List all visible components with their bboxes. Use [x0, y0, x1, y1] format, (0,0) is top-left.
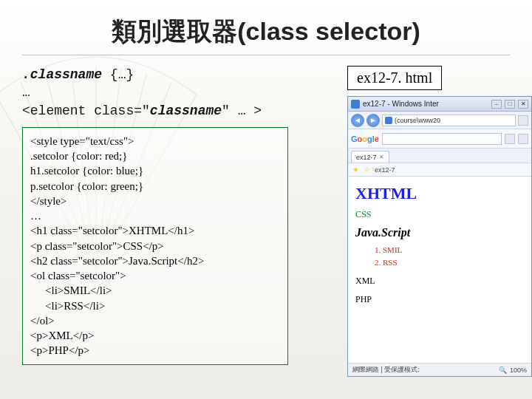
tab-ex12-7[interactable]: ex12-7 ✕: [351, 151, 389, 163]
tab-close-icon[interactable]: ✕: [379, 154, 384, 160]
code-line: <h2 class="setcolor">Java.Script</h2>: [30, 253, 280, 268]
browser-tab-strip: ex12-7 ✕: [348, 149, 531, 163]
code-line: <li>RSS</li>: [30, 299, 280, 313]
code-line: <ol class="setcolor">: [30, 268, 280, 283]
code-line: <li>SMIL</li>: [30, 283, 280, 298]
favorite-link[interactable]: ex12-7: [375, 166, 395, 174]
favicon-icon: [351, 100, 360, 109]
right-column: ex12-7. html ex12-7 - Windows Inter – □ …: [347, 66, 532, 377]
back-button[interactable]: ◄: [351, 114, 364, 127]
status-text: 網際網路 | 受保護模式:: [352, 365, 420, 375]
favorites-bar: ★ ☆ ex12-7: [348, 163, 531, 177]
rendered-ol: 1. SMIL 2. RSS: [375, 244, 524, 268]
browser-status-bar: 網際網路 | 受保護模式: 🔍 100%: [348, 363, 531, 376]
code-line: <p>XML</p>: [30, 328, 280, 343]
rendered-h2: Java.Script: [355, 226, 524, 239]
syntax-line-3: <element class="classname" … >: [22, 102, 340, 120]
window-title: ex12-7 - Windows Inter: [363, 100, 488, 108]
code-line: </ol>: [30, 313, 280, 328]
rendered-p-php: PHP: [355, 294, 524, 305]
browser-rendered-content: XHTML CSS Java.Script 1. SMIL 2. RSS XML…: [348, 177, 531, 310]
google-logo: Google: [351, 134, 379, 143]
syntax-line-1: .classname {…}: [22, 66, 340, 83]
forward-button[interactable]: ►: [366, 114, 380, 127]
google-search-button[interactable]: [505, 134, 515, 144]
syntax-line-2: …: [22, 83, 340, 101]
rendered-h1: XHTML: [355, 184, 524, 203]
code-line: <style type="text/css">: [30, 134, 280, 149]
slide: 類別選取器(class selector) .classname {…} … <…: [0, 0, 532, 399]
syntax-block: .classname {…} … <element class="classna…: [22, 66, 340, 120]
filename-label: ex12-7. html: [347, 66, 442, 90]
syntax-element-open: <element class=": [22, 103, 150, 118]
syntax-element-close: " … >: [222, 103, 262, 118]
code-line: h1.setcolor {color: blue;}: [30, 163, 280, 178]
zoom-icon: 🔍: [499, 366, 507, 374]
address-favicon-icon: [385, 117, 392, 124]
google-settings-button[interactable]: [518, 134, 528, 144]
rendered-p-xml: XML: [355, 276, 524, 287]
code-example-box: <style type="text/css"> .setcolor {color…: [22, 127, 288, 365]
browser-window: ex12-7 - Windows Inter – □ ✕ ◄ ► (course…: [347, 96, 532, 377]
browser-nav-toolbar: ◄ ► (course\www20: [348, 112, 531, 129]
code-line: .setcolor {color: red;}: [30, 149, 280, 163]
syntax-classname-kw-2: classname: [150, 103, 222, 118]
code-line: …: [30, 208, 280, 223]
close-button[interactable]: ✕: [518, 100, 528, 109]
rendered-p-css: CSS: [355, 209, 524, 220]
google-search-input[interactable]: [382, 133, 502, 145]
code-line: <p class="setcolor">CSS</p>: [30, 239, 280, 253]
address-bar[interactable]: (course\www20: [382, 115, 516, 126]
slide-title: 類別選取器(class selector): [22, 15, 510, 55]
code-line: <h1 class="setcolor">XHTML</h1>: [30, 223, 280, 238]
slide-content: .classname {…} … <element class="classna…: [22, 66, 510, 377]
rendered-li: 1. SMIL: [375, 244, 524, 256]
star-icon[interactable]: ★: [352, 166, 359, 174]
left-column: .classname {…} … <element class="classna…: [22, 66, 340, 377]
code-line: p.setcolor {color: green;}: [30, 179, 280, 194]
google-toolbar: Google: [348, 129, 531, 149]
address-text: (course\www20: [395, 117, 440, 124]
star-icon[interactable]: ☆: [364, 166, 370, 174]
syntax-classname-kw: .classname: [22, 67, 102, 82]
go-button[interactable]: [518, 115, 528, 126]
zoom-level: 100%: [510, 366, 527, 374]
zoom-control[interactable]: 🔍 100%: [499, 366, 527, 374]
code-line: <p>PHP</p>: [30, 343, 280, 358]
maximize-button[interactable]: □: [505, 100, 515, 109]
code-line: </style>: [30, 194, 280, 208]
rendered-li: 2. RSS: [375, 256, 524, 269]
tab-label: ex12-7: [356, 154, 377, 161]
browser-titlebar[interactable]: ex12-7 - Windows Inter – □ ✕: [348, 97, 531, 112]
minimize-button[interactable]: –: [491, 100, 502, 109]
syntax-braces: {…}: [102, 67, 134, 82]
